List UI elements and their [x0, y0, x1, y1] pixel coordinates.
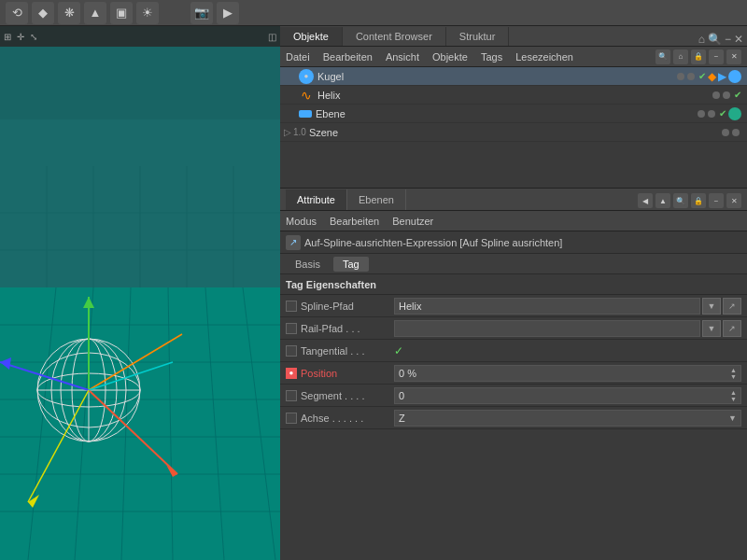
toolbar-icon-deform[interactable]: ▣: [110, 2, 133, 24]
menu-bearbeiten[interactable]: Bearbeiten: [323, 51, 373, 63]
search-icon-top[interactable]: 🔍: [708, 33, 722, 46]
rail-pfad-label: Rail-Pfad . . .: [301, 323, 394, 334]
object-list-empty: [280, 142, 747, 181]
menu-objekte[interactable]: Objekte: [432, 51, 468, 63]
object-row-kugel[interactable]: ● Kugel ✔ ◆ ▶: [280, 67, 747, 86]
tangential-value: ✓: [394, 344, 403, 357]
minimize-icon[interactable]: −: [725, 33, 731, 46]
attr-menu-modus[interactable]: Modus: [286, 216, 317, 227]
attr-close-icon[interactable]: ✕: [726, 193, 741, 208]
attr-minimize-icon[interactable]: −: [709, 193, 724, 208]
tab-ebenen[interactable]: Ebenen: [347, 189, 406, 210]
attribute-breadcrumb: ↗ Auf-Spline-ausrichten-Expression [Auf …: [280, 231, 747, 254]
subtab-basis[interactable]: Basis: [286, 257, 330, 272]
breadcrumb-text: Auf-Spline-ausrichten-Expression [Auf Sp…: [304, 237, 562, 248]
kugel-sphere-icon: [728, 70, 741, 83]
tab-objekte[interactable]: Objekte: [280, 27, 343, 46]
rail-pfad-btn1[interactable]: ▼: [702, 320, 721, 337]
attr-menu-bearbeiten[interactable]: Bearbeiten: [330, 216, 379, 227]
attr-arrow-left-icon[interactable]: ◀: [638, 193, 653, 208]
viewport-toolbar: ⊞ ✛ ⤡ ◫: [0, 26, 280, 47]
right-panel: Objekte Content Browser Struktur ⌂ 🔍 − ✕…: [280, 26, 747, 560]
spline-pfad-value[interactable]: Helix: [394, 298, 700, 315]
toolbar-icon-undo[interactable]: ⟲: [6, 2, 28, 24]
object-row-helix[interactable]: ∿ Helix ✔: [280, 86, 747, 105]
kugel-check: ✔: [698, 71, 706, 81]
object-row-szene[interactable]: ▷ 1.0 Szene: [280, 123, 747, 142]
subtab-tag[interactable]: Tag: [333, 257, 369, 272]
helix-label: Helix: [317, 90, 712, 101]
toolbar-icon-play[interactable]: ▶: [217, 2, 239, 24]
position-checkbox[interactable]: ●: [286, 368, 297, 379]
menu-ansicht[interactable]: Ansicht: [386, 51, 419, 63]
toolbar-icon-light[interactable]: ☀: [136, 2, 159, 24]
tab-attribute[interactable]: Attribute: [286, 189, 347, 210]
home-icon-menu[interactable]: ⌂: [673, 49, 688, 64]
attr-menu-benutzer[interactable]: Benutzer: [392, 216, 433, 227]
toolbar-icon-poly[interactable]: ▲: [84, 2, 106, 24]
top-tab-bar: Objekte Content Browser Struktur ⌂ 🔍 − ✕: [280, 26, 747, 47]
toolbar-icon-spline[interactable]: ❋: [58, 2, 80, 24]
search-icon[interactable]: 🔍: [655, 49, 670, 64]
kugel-dots: [677, 73, 695, 80]
lock-icon[interactable]: 🔒: [691, 49, 706, 64]
vp-zoom-icon[interactable]: ⤡: [30, 32, 37, 42]
ebene-sphere-icon: [728, 107, 741, 120]
spline-pfad-btn1[interactable]: ▼: [702, 298, 721, 315]
szene-number-icon: 1.0: [293, 127, 306, 137]
attr-search-icon[interactable]: 🔍: [673, 193, 688, 208]
achse-label: Achse . . . . . .: [301, 413, 394, 424]
attr-lock-icon[interactable]: 🔒: [691, 193, 706, 208]
toolbar-icon-object[interactable]: ◆: [32, 2, 54, 24]
main-layout: ⊞ ✛ ⤡ ◫ Objekte Content Browser Struktur…: [0, 26, 747, 560]
breadcrumb-icon: ↗: [286, 235, 301, 250]
close-icon-menu[interactable]: ✕: [726, 49, 741, 64]
field-row-segment: Segment . . . . 0 ▲ ▼: [280, 385, 747, 407]
ebene-dots: [698, 110, 715, 118]
szene-collapse-icon[interactable]: ▷: [284, 127, 291, 137]
field-row-position: ● Position 0 % ▲ ▼: [280, 362, 747, 385]
object-row-ebene[interactable]: Ebene ✔: [280, 105, 747, 123]
achse-checkbox[interactable]: [286, 413, 297, 424]
menu-tags[interactable]: Tags: [481, 51, 502, 63]
kugel-tag2[interactable]: ▶: [718, 70, 726, 83]
attribute-sub-tabs: Basis Tag: [280, 254, 747, 274]
ebene-label: Ebene: [316, 108, 698, 119]
vp-expand-icon[interactable]: ◫: [268, 32, 276, 42]
rail-pfad-btn2[interactable]: ↗: [723, 320, 741, 337]
kugel-label: Kugel: [317, 71, 677, 82]
attribute-panel: Attribute Ebenen ◀ ▲ 🔍 🔒 − ✕ Modus B: [280, 189, 747, 560]
tab-content-browser[interactable]: Content Browser: [343, 27, 446, 46]
rail-pfad-value[interactable]: [394, 320, 700, 337]
segment-up-icon[interactable]: ▲: [730, 389, 737, 396]
segment-checkbox[interactable]: [286, 390, 297, 401]
vp-camera-icon[interactable]: ⊞: [4, 32, 11, 42]
kugel-tag1[interactable]: ◆: [708, 70, 716, 83]
rail-pfad-checkbox[interactable]: [286, 323, 297, 334]
tab-struktur[interactable]: Struktur: [446, 27, 510, 46]
field-row-achse: Achse . . . . . . Z ▼: [280, 407, 747, 429]
home-icon[interactable]: ⌂: [698, 33, 705, 46]
attribute-fields: Spline-Pfad Helix ▼ ↗ Rail-Pfad . . . ▼ …: [280, 295, 747, 560]
segment-down-icon[interactable]: ▼: [730, 396, 737, 402]
close-icon[interactable]: ✕: [734, 33, 743, 46]
segment-value[interactable]: 0 ▲ ▼: [394, 387, 741, 404]
viewport[interactable]: ⊞ ✛ ⤡ ◫: [0, 26, 280, 560]
spline-pfad-checkbox[interactable]: [286, 301, 297, 312]
spline-pfad-label: Spline-Pfad: [301, 301, 394, 312]
position-label: Position: [301, 368, 394, 379]
menu-datei[interactable]: Datei: [286, 51, 310, 63]
menu-lesezeichen[interactable]: Lesezeichen: [515, 51, 573, 63]
achse-select[interactable]: Z ▼: [394, 410, 741, 427]
tangential-label: Tangential . . .: [301, 345, 394, 357]
spline-pfad-btn2[interactable]: ↗: [723, 298, 741, 315]
position-down-icon[interactable]: ▼: [730, 373, 737, 380]
position-up-icon[interactable]: ▲: [730, 367, 737, 373]
position-value[interactable]: 0 % ▲ ▼: [394, 365, 741, 382]
attr-arrow-icon[interactable]: ▲: [655, 193, 670, 208]
minimize-icon-menu[interactable]: −: [709, 49, 724, 64]
vp-nav-icon[interactable]: ✛: [17, 32, 24, 42]
tangential-checkbox[interactable]: [286, 345, 297, 357]
toolbar-icon-camera[interactable]: 📷: [190, 2, 213, 24]
szene-label: Szene: [309, 127, 722, 138]
